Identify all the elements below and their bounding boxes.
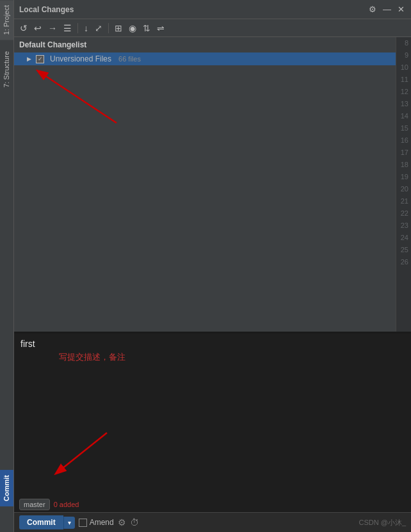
arrow-annotation-area: [14, 65, 396, 129]
changelist-with-gutter: Default Changelist ▶ Unversioned Files 6…: [14, 37, 411, 332]
line-15: 15: [401, 122, 408, 134]
line-25: 25: [401, 244, 408, 256]
commit-footer: Commit ▾ Amend ⚙ ⏱ CSDN @小沐_: [14, 512, 411, 532]
line-18: 18: [401, 159, 408, 171]
move-button[interactable]: →: [46, 22, 59, 35]
clock-footer-icon[interactable]: ⏱: [130, 517, 139, 528]
header-bar: Local Changes ⚙ — ✕: [14, 0, 411, 19]
file-count-badge: 66 files: [118, 55, 141, 63]
status-tag: 0 added: [54, 501, 79, 508]
line-22: 22: [401, 207, 408, 220]
attribution-text: CSDN @小沐_: [359, 518, 406, 528]
line-17: 17: [401, 147, 408, 159]
line-21: 21: [401, 195, 408, 207]
sidebar-tab-commit[interactable]: Commit: [0, 470, 13, 506]
commit-button-group: Commit ▾: [19, 515, 75, 529]
toolbar-separator-1: [77, 23, 78, 33]
line-20: 20: [401, 183, 408, 195]
close-icon[interactable]: ✕: [396, 4, 406, 15]
refresh-button[interactable]: ↺: [18, 22, 29, 35]
toolbar-separator-2: [108, 23, 109, 33]
expand-button[interactable]: ⤢: [93, 22, 104, 35]
left-sidebar: 1: Project 7: Structure Commit: [0, 0, 14, 532]
line-11: 11: [401, 74, 408, 86]
commit-first-line: first: [20, 339, 405, 349]
branch-badge[interactable]: master: [19, 499, 50, 510]
status-bar: master 0 added: [14, 497, 411, 512]
commit-hint-text: 写提交描述，备注: [59, 351, 405, 363]
undo-button[interactable]: ↩: [32, 22, 44, 35]
line-10: 10: [401, 61, 408, 74]
expand-triangle-icon: ▶: [27, 56, 31, 62]
header-icons: ⚙ — ✕: [367, 4, 406, 15]
changelist-empty-space: [14, 129, 396, 257]
amend-label: Amend: [90, 518, 114, 527]
commit-message-area[interactable]: first 写提交描述，备注: [14, 334, 411, 497]
line-23: 23: [401, 220, 408, 232]
line-14: 14: [401, 110, 408, 122]
line-13: 13: [401, 98, 408, 110]
default-changelist-header: Default Changelist: [14, 37, 396, 52]
eye-button[interactable]: ◉: [127, 22, 138, 35]
sidebar-tab-project[interactable]: 1: Project: [0, 0, 13, 40]
commit-panel: first 写提交描述，备注 master 0 added: [14, 334, 411, 532]
line-12: 12: [401, 86, 408, 98]
changelist-area: Default Changelist ▶ Unversioned Files 6…: [14, 37, 396, 332]
group-button[interactable]: ⊞: [113, 22, 124, 35]
unversioned-checkbox[interactable]: [36, 55, 44, 63]
right-gutter: 8 9 10 11 12 13 14 15 16 17 18 19 20 21 …: [396, 37, 411, 332]
svg-line-3: [59, 433, 107, 471]
list-button[interactable]: ☰: [61, 22, 74, 35]
settings-icon[interactable]: ⚙: [367, 4, 378, 15]
line-26: 26: [401, 256, 408, 268]
commit-main-button[interactable]: Commit: [19, 515, 63, 529]
panel-title: Local Changes: [19, 5, 74, 14]
line-24: 24: [401, 232, 408, 244]
amend-section: Amend: [79, 518, 114, 527]
main-area: Local Changes ⚙ — ✕ ↺ ↩ → ☰ ↓ ⤢ ⊞ ◉ ⇅ ⇌ …: [14, 0, 411, 532]
commit-dropdown-button[interactable]: ▾: [63, 517, 75, 529]
bottom-arrow-svg: [14, 426, 142, 478]
sidebar-tab-structure[interactable]: 7: Structure: [0, 46, 13, 93]
filter-button[interactable]: ⇌: [155, 22, 166, 35]
svg-line-1: [41, 73, 117, 123]
unversioned-files-item[interactable]: ▶ Unversioned Files 66 files: [14, 52, 396, 65]
line-16: 16: [401, 134, 408, 147]
toolbar: ↺ ↩ → ☰ ↓ ⤢ ⊞ ◉ ⇅ ⇌: [14, 19, 411, 37]
line-9: 9: [405, 49, 408, 61]
line-8: 8: [405, 37, 408, 49]
download-button[interactable]: ↓: [82, 22, 90, 35]
red-arrow-svg: [14, 65, 142, 129]
line-19: 19: [401, 171, 408, 183]
amend-checkbox[interactable]: [79, 519, 87, 527]
sort-button[interactable]: ⇅: [141, 22, 152, 35]
unversioned-files-label: Unversioned Files: [50, 54, 111, 63]
minimize-icon[interactable]: —: [382, 4, 392, 15]
settings-footer-icon[interactable]: ⚙: [118, 517, 126, 528]
